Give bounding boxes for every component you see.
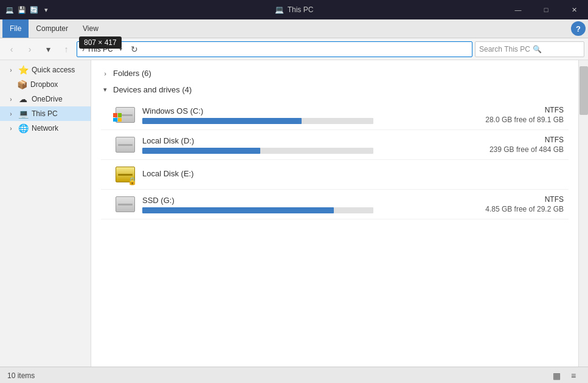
onedrive-expand-icon: › [7,95,15,103]
folders-section-label: Folders (6) [113,69,151,78]
drive-c-bar-container [142,118,373,124]
main-area: › ⭐ Quick access 📦 Dropbox › ☁ OneDrive … [0,60,588,367]
windows-logo-icon [113,113,125,125]
lock-icon: 🔒 [128,177,136,185]
onedrive-icon: ☁ [18,94,28,104]
maximize-button[interactable]: □ [532,0,560,19]
hdd-d-body [116,137,135,153]
devices-section-label: Devices and drives (4) [113,85,192,94]
up-button[interactable]: ↑ [58,41,74,57]
drive-e-info: Local Disk (E:) [142,169,435,181]
drive-d-fs: NTFS [442,136,564,144]
drive-c-fs: NTFS [442,106,564,114]
network-label: Network [32,124,58,133]
window-title: 💻 This PC [275,5,314,14]
close-button[interactable]: ✕ [560,0,588,19]
drive-c[interactable]: Windows OS (C:) NTFS 28.0 GB free of 89.… [101,100,569,130]
folders-section-header[interactable]: › Folders (6) [101,65,569,81]
drive-d-space: 239 GB free of 484 GB [442,145,564,154]
address-bar[interactable]: › This PC ▾ ↻ [77,41,472,57]
folders-expand-icon: › [101,69,109,78]
window-controls: — □ ✕ [504,0,588,19]
quick-access-label: Quick access [32,66,75,74]
drive-g-info: SSD (G:) [142,196,435,213]
drive-d-bar-container [142,148,373,154]
drive-e-name: Local Disk (E:) [142,169,435,178]
drive-g-space: 4.85 GB free of 29.2 GB [442,205,564,213]
drive-d-name: Local Disk (D:) [142,136,435,145]
sidebar-item-quick-access[interactable]: › ⭐ Quick access [0,63,91,77]
drive-g-bar-fill [142,207,334,213]
this-pc-expand-icon: › [7,110,15,117]
ribbon: File Computer View ? [0,19,588,38]
back-button[interactable]: ‹ [4,41,19,57]
sidebar-item-this-pc[interactable]: › 💻 This PC [0,106,91,121]
ribbon-tab-bar: File Computer View ? [0,19,588,38]
dropbox-label: Dropbox [30,80,58,89]
sidebar-item-onedrive[interactable]: › ☁ OneDrive [0,92,91,106]
drive-list: Windows OS (C:) NTFS 28.0 GB free of 89.… [101,98,569,222]
drive-g-icon [116,195,135,214]
drive-c-name: Windows OS (C:) [142,106,435,116]
drive-g-meta: NTFS 4.85 GB free of 29.2 GB [442,195,564,213]
sidebar-item-dropbox[interactable]: 📦 Dropbox [0,77,91,92]
sidebar: › ⭐ Quick access 📦 Dropbox › ☁ OneDrive … [0,60,91,367]
view-controls: ▦ ≡ [549,370,581,382]
quick-access-icon: ⭐ [18,65,28,75]
tab-view[interactable]: View [75,19,106,38]
drive-c-meta: NTFS 28.0 GB free of 89.1 GB [442,106,564,124]
title-bar-dropdown[interactable]: ▾ [41,5,51,15]
devices-section-header[interactable]: ▾ Devices and drives (4) [101,81,569,98]
forward-button[interactable]: › [22,41,38,57]
search-icon: 🔍 [533,45,542,53]
recent-button[interactable]: ▾ [40,41,56,57]
drive-g[interactable]: SSD (G:) NTFS 4.85 GB free of 29.2 GB [101,190,569,219]
scrollbar-thumb[interactable] [579,66,588,115]
minimize-button[interactable]: — [504,0,532,19]
dimension-tooltip: 807 × 417 [79,36,122,49]
app-icon-save: 💾 [17,5,27,15]
drive-g-fs: NTFS [442,195,564,204]
drive-e-icon: 🔒 [116,165,135,184]
devices-expand-icon: ▾ [101,86,109,94]
network-expand-icon: › [7,125,15,132]
window-icon: 💻 [275,5,284,14]
this-pc-icon: 💻 [18,109,28,119]
quick-access-expand-icon: › [7,66,15,74]
drive-g-name: SSD (G:) [142,196,435,205]
content-panel: › Folders (6) ▾ Devices and drives (4) [91,60,578,367]
network-icon: 🌐 [18,123,28,133]
tab-file[interactable]: File [2,19,29,38]
drive-d-bar-fill [142,148,260,154]
drive-d[interactable]: Local Disk (D:) NTFS 239 GB free of 484 … [101,130,569,160]
scrollbar[interactable] [578,60,588,367]
onedrive-label: OneDrive [32,95,63,103]
title-bar-app-icons: 💻 💾 🔄 ▾ [5,5,51,15]
drive-c-bar-fill [142,118,302,124]
drive-c-info: Windows OS (C:) [142,106,435,124]
grid-view-button[interactable]: ▦ [549,370,564,382]
search-placeholder: Search This PC [479,45,530,53]
search-bar[interactable]: Search This PC 🔍 [475,41,584,57]
drive-e[interactable]: 🔒 Local Disk (E:) [101,160,569,190]
help-button[interactable]: ? [571,21,586,36]
title-bar: 💻 💾 🔄 ▾ 💻 This PC — □ ✕ [0,0,588,19]
status-bar: 10 items ▦ ≡ [0,367,588,383]
drive-d-meta: NTFS 239 GB free of 484 GB [442,136,564,154]
hdd-g-body [116,196,135,212]
drive-c-space: 28.0 GB free of 89.1 GB [442,116,564,124]
address-refresh[interactable]: ↻ [128,41,141,57]
drive-d-icon [116,135,135,154]
item-count: 10 items [7,371,35,380]
sidebar-item-network[interactable]: › 🌐 Network [0,121,91,136]
dropbox-icon: 📦 [17,80,27,89]
drive-d-info: Local Disk (D:) [142,136,435,154]
list-view-button[interactable]: ≡ [566,370,581,382]
drive-g-bar-container [142,207,373,213]
drive-c-icon [116,105,135,125]
tab-computer[interactable]: Computer [29,19,75,38]
app-icon-refresh: 🔄 [29,5,39,15]
app-icon-monitor: 💻 [5,5,15,15]
this-pc-label: This PC [32,109,58,118]
